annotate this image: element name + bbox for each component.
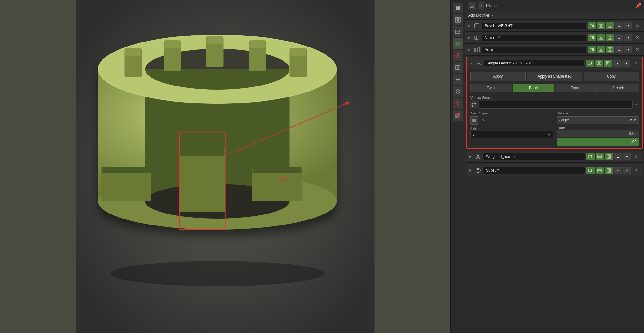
subsurf-name: Subsurf xyxy=(483,167,585,174)
subsurf-up-btn[interactable]: ▲ xyxy=(614,167,622,174)
array-expand[interactable]: ▶ xyxy=(468,48,471,51)
simple-deform-editmode-btn[interactable] xyxy=(604,60,612,67)
add-modifier-label: Add Modifier xyxy=(468,13,489,18)
modifier-bevel: ▶ Bevel - WEIGHT ▲ ▼ ✕ xyxy=(465,20,644,32)
mirror-camera-btn[interactable] xyxy=(588,34,596,41)
sidebar-icon-particles[interactable] xyxy=(453,74,463,85)
angle-field[interactable]: Angle 360° xyxy=(557,116,639,124)
simple-deform-down-btn[interactable]: ▼ xyxy=(622,60,630,67)
sidebar-icon-object[interactable] xyxy=(453,62,463,73)
axis-origin-input[interactable] xyxy=(470,116,478,125)
limit-min[interactable]: 0.00 xyxy=(557,130,639,137)
simple-deform-render-btn[interactable] xyxy=(595,60,603,67)
subsurf-remove-btn[interactable]: ✕ xyxy=(632,167,640,174)
pin-icon[interactable]: 📌 xyxy=(635,3,641,8)
bevel-down-btn[interactable]: ▼ xyxy=(624,22,632,29)
subsurf-icon xyxy=(475,167,482,174)
apply-row: Apply Apply as Shape Key Copy xyxy=(470,72,639,81)
eyedropper-icon[interactable]: ✎ xyxy=(480,116,488,125)
sidebar-icon-view[interactable] xyxy=(453,14,463,25)
deform-text-label: Deform: xyxy=(557,111,639,115)
array-editmode-btn[interactable] xyxy=(606,46,614,53)
weighted-normal-up-btn[interactable]: ▲ xyxy=(614,153,622,160)
array-icon xyxy=(473,46,480,53)
svg-rect-91 xyxy=(607,155,611,158)
simple-deform-controls: ▲ ▼ ✕ xyxy=(586,60,640,67)
datablock-dropdown-btn[interactable]: ▾ xyxy=(478,2,484,10)
add-modifier-btn[interactable]: Add Modifier ▾ xyxy=(465,11,644,20)
axis-dropdown[interactable]: Z ▾ xyxy=(470,131,553,138)
limit-max[interactable]: 1.00 xyxy=(557,138,639,146)
weighted-normal-render-btn[interactable] xyxy=(596,153,604,160)
svg-rect-84 xyxy=(474,103,476,104)
deform-stretch-btn[interactable]: Stretch xyxy=(597,84,639,92)
panel-title: Plane xyxy=(486,3,497,8)
subsurf-camera-btn[interactable] xyxy=(586,167,595,174)
mirror-remove-btn[interactable]: ✕ xyxy=(633,34,641,41)
mirror-editmode-btn[interactable] xyxy=(606,34,614,41)
sidebar-icon-image[interactable] xyxy=(453,26,463,37)
bevel-remove-btn[interactable]: ✕ xyxy=(633,22,641,29)
subsurf-expand[interactable]: ▶ xyxy=(469,169,473,172)
svg-rect-83 xyxy=(472,103,473,104)
modifier-subsurf: ▶ Subsurf ▲ ▼ ✕ xyxy=(466,164,643,176)
axis-col: Axis, Origin: ✎ Axis: Z ▾ xyxy=(470,111,553,146)
bevel-up-btn[interactable]: ▲ xyxy=(615,22,623,29)
array-camera-btn[interactable] xyxy=(588,46,596,53)
bevel-camera-btn[interactable] xyxy=(588,22,596,29)
deform-type-row: Twist Bend Taper Stretch xyxy=(470,84,639,92)
subsurf-editmode-btn[interactable] xyxy=(605,167,613,174)
apply-btn[interactable]: Apply xyxy=(470,72,526,81)
limits-section: Limits: 0.00 1.00 xyxy=(557,126,639,146)
bevel-expand[interactable]: ▶ xyxy=(468,24,471,27)
sidebar-icon-constraints[interactable] xyxy=(453,86,463,97)
svg-rect-13 xyxy=(207,36,223,44)
copy-btn[interactable]: Copy xyxy=(584,72,639,81)
subsurf-down-btn[interactable]: ▼ xyxy=(623,167,631,174)
simple-deform-up-btn[interactable]: ▲ xyxy=(613,60,621,67)
sidebar-icon-physics[interactable] xyxy=(453,50,463,61)
modifier-array: ▶ Array ▲ ▼ ✕ xyxy=(465,44,644,56)
weighted-normal-down-btn[interactable]: ▼ xyxy=(623,153,631,160)
svg-rect-68 xyxy=(600,37,602,39)
simple-deform-camera-btn[interactable] xyxy=(586,60,594,67)
svg-rect-81 xyxy=(598,62,600,64)
svg-rect-62 xyxy=(608,24,612,28)
browse-datablock-btn[interactable] xyxy=(468,2,476,10)
sidebar-icon-tools[interactable] xyxy=(453,3,463,13)
array-up-btn[interactable]: ▲ xyxy=(615,46,623,53)
svg-rect-87 xyxy=(589,155,592,158)
sidebar-icon-modifier[interactable] xyxy=(453,38,463,49)
weighted-normal-expand[interactable]: ▶ xyxy=(469,155,473,158)
sidebar-icon-checker[interactable] xyxy=(453,110,463,121)
deform-bend-btn[interactable]: Bend xyxy=(513,84,554,92)
svg-rect-9 xyxy=(125,48,141,56)
svg-rect-37 xyxy=(456,9,460,10)
array-remove-btn[interactable]: ✕ xyxy=(633,46,641,53)
mirror-expand[interactable]: ▶ xyxy=(468,36,471,39)
deform-taper-btn[interactable]: Taper xyxy=(555,84,597,92)
bevel-editmode-btn[interactable] xyxy=(606,22,614,29)
svg-rect-71 xyxy=(476,48,477,52)
array-down-btn[interactable]: ▼ xyxy=(624,46,632,53)
bevel-render-btn[interactable] xyxy=(597,22,605,29)
sidebar-icon-data[interactable] xyxy=(453,98,463,109)
svg-rect-19 xyxy=(102,167,151,173)
mirror-down-btn[interactable]: ▼ xyxy=(624,34,632,41)
mirror-render-btn[interactable] xyxy=(597,34,605,41)
array-render-btn[interactable] xyxy=(597,46,605,53)
weighted-normal-camera-btn[interactable] xyxy=(586,153,595,160)
apply-shape-key-btn[interactable]: Apply as Shape Key xyxy=(527,72,582,81)
subsurf-render-btn[interactable] xyxy=(596,167,604,174)
simple-deform-expand[interactable]: ▼ xyxy=(470,62,473,65)
mirror-up-btn[interactable]: ▲ xyxy=(615,34,623,41)
svg-rect-73 xyxy=(590,48,593,51)
mirror-controls: ▲ ▼ ✕ xyxy=(588,34,641,41)
deform-twist-btn[interactable]: Twist xyxy=(470,84,512,92)
svg-rect-58 xyxy=(590,25,593,27)
weighted-normal-remove-btn[interactable]: ✕ xyxy=(632,153,640,160)
weighted-normal-editmode-btn[interactable] xyxy=(605,153,613,160)
simple-deform-remove-btn[interactable]: ✕ xyxy=(631,60,640,67)
viewport[interactable] xyxy=(0,0,450,333)
vertex-group-input[interactable] xyxy=(478,101,633,109)
